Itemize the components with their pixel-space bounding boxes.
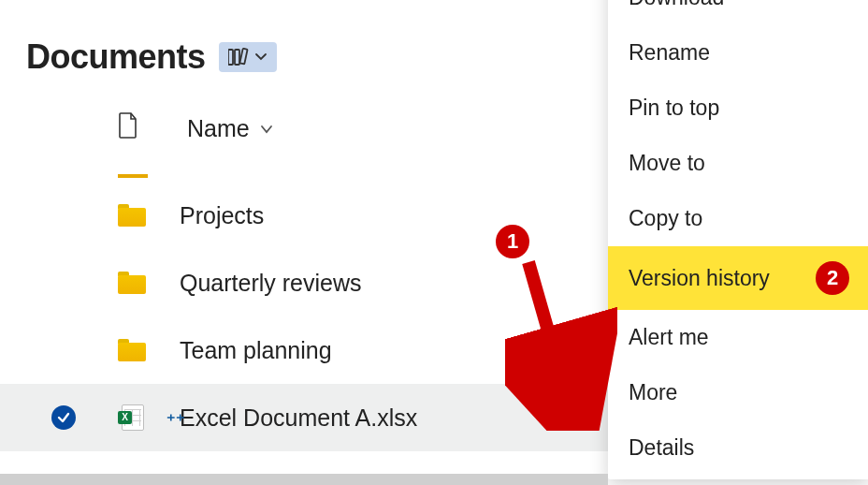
- view-icon: [228, 48, 251, 66]
- menu-item-rename[interactable]: Rename: [608, 25, 868, 81]
- menu-item-download[interactable]: Download: [608, 0, 868, 25]
- excel-file-icon: X: [118, 404, 144, 431]
- view-switcher[interactable]: [219, 42, 277, 72]
- new-indicator-icon: ⁺⁺: [166, 410, 185, 431]
- context-menu: Download Rename Pin to top Move to Copy …: [608, 0, 868, 479]
- chevron-down-icon: [254, 51, 268, 64]
- menu-item-details[interactable]: Details: [608, 420, 868, 476]
- chevron-down-icon: [259, 115, 274, 142]
- column-indicator: [118, 174, 148, 178]
- folder-icon: [118, 339, 146, 361]
- menu-item-move-to[interactable]: Move to: [608, 136, 868, 191]
- file-type-icon: [118, 112, 138, 144]
- svg-rect-2: [239, 49, 247, 65]
- menu-item-pin-to-top[interactable]: Pin to top: [608, 81, 868, 136]
- bottom-bar: [0, 474, 608, 485]
- menu-item-alert-me[interactable]: Alert me: [608, 310, 868, 365]
- column-header-name[interactable]: Name: [187, 115, 274, 142]
- menu-item-more[interactable]: More: [608, 365, 868, 420]
- menu-item-version-history[interactable]: Version history 2: [608, 246, 868, 310]
- annotation-badge-1: 1: [496, 225, 529, 258]
- annotation-badge-2: 2: [816, 261, 849, 295]
- svg-rect-1: [235, 50, 239, 65]
- page-title: Documents: [26, 37, 206, 77]
- selected-check-icon[interactable]: [51, 405, 76, 430]
- folder-icon: [118, 272, 146, 294]
- folder-icon: [118, 204, 146, 227]
- column-name-label: Name: [187, 115, 250, 142]
- svg-rect-0: [228, 50, 233, 65]
- menu-item-copy-to[interactable]: Copy to: [608, 191, 868, 246]
- menu-item-label: Version history: [629, 266, 770, 291]
